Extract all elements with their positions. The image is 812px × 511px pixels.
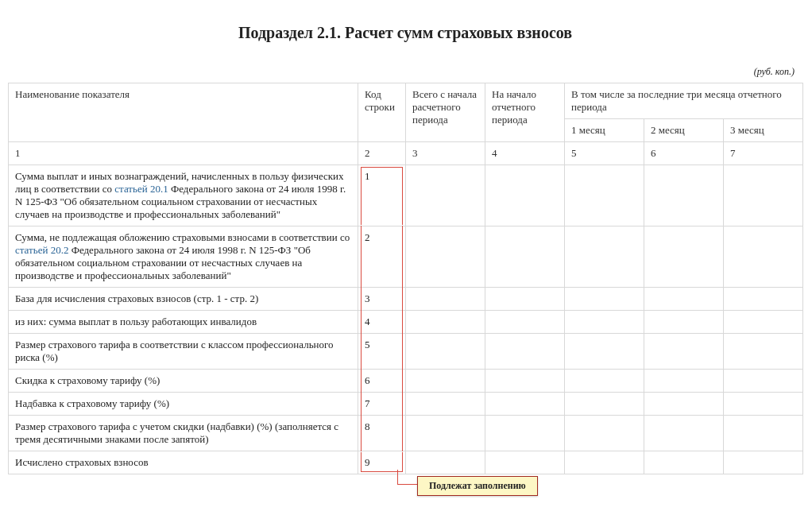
cell-code: 2 [358, 226, 406, 288]
cell-value [724, 165, 803, 226]
cell-value [724, 451, 803, 474]
cell-value [406, 165, 485, 226]
table-row: База для исчисления страховых взносов (с… [9, 288, 803, 311]
cell-value [485, 226, 565, 288]
cell-code: 5 [358, 334, 406, 370]
cell-value [565, 165, 644, 226]
cell-value [724, 226, 803, 288]
table-row: Надбавка к страховому тарифу (%) 7 [9, 393, 803, 416]
cell-code: 7 [358, 393, 406, 416]
cell-value [485, 288, 565, 311]
cell-value [724, 334, 803, 370]
cell-value [565, 226, 644, 288]
cell-value [644, 393, 724, 416]
cell-value [724, 288, 803, 311]
th-name: Наименование показателя [9, 83, 358, 142]
cell-indicator-name: База для исчисления страховых взносов (с… [9, 288, 358, 311]
coln-7: 7 [724, 142, 803, 165]
cell-value [724, 311, 803, 334]
th-code: Код строки [358, 83, 406, 142]
cell-value [644, 165, 724, 226]
cell-indicator-name: из них: сумма выплат в пользу работающих… [9, 311, 358, 334]
th-m2: 2 месяц [644, 119, 724, 142]
cell-value [644, 451, 724, 474]
cell-value [644, 288, 724, 311]
th-m3: 3 месяц [724, 119, 803, 142]
th-total: Всего с начала расчетного периода [406, 83, 485, 142]
cell-value [485, 416, 565, 451]
th-start: На начало отчетного периода [485, 83, 565, 142]
cell-value [644, 416, 724, 451]
cell-code: 1 [358, 165, 406, 226]
cell-value [406, 334, 485, 370]
cell-value [485, 393, 565, 416]
table-row: Сумма, не подлежащая обложению страховым… [9, 226, 803, 288]
cell-code: 8 [358, 416, 406, 451]
coln-3: 3 [406, 142, 485, 165]
cell-value [565, 334, 644, 370]
col-number-row: 1 2 3 4 5 6 7 [9, 142, 803, 165]
cell-value [644, 334, 724, 370]
coln-2: 2 [358, 142, 406, 165]
table-row: Скидка к страховому тарифу (%) 6 [9, 370, 803, 393]
calc-table: Наименование показателя Код строки Всего… [8, 83, 803, 474]
cell-value [406, 288, 485, 311]
cell-code: 6 [358, 370, 406, 393]
header-row-1: Наименование показателя Код строки Всего… [9, 83, 803, 119]
cell-value [406, 370, 485, 393]
cell-indicator-name: Сумма, не подлежащая обложению страховым… [9, 226, 358, 288]
law-link[interactable]: статьей 20.1 [114, 183, 168, 195]
table-row: Размер страхового тарифа в соответствии … [9, 334, 803, 370]
law-link[interactable]: статьей 20.2 [15, 244, 68, 256]
cell-value [724, 370, 803, 393]
table-body: Сумма выплат и иных вознаграждений, начи… [9, 165, 803, 474]
callout-connector [397, 470, 419, 485]
table-row: Размер страхового тарифа с учетом скидки… [9, 416, 803, 451]
cell-value [565, 416, 644, 451]
cell-value [485, 370, 565, 393]
cell-value [406, 416, 485, 451]
th-three-months: В том числе за последние три месяца отче… [565, 83, 803, 119]
cell-value [406, 226, 485, 288]
cell-value [724, 416, 803, 451]
coln-4: 4 [485, 142, 565, 165]
page-title: Подраздел 2.1. Расчет сумм страховых взн… [8, 24, 802, 42]
coln-5: 5 [565, 142, 644, 165]
unit-note: (руб. коп.) [8, 66, 795, 78]
cell-value [644, 226, 724, 288]
cell-value [565, 370, 644, 393]
cell-value [406, 393, 485, 416]
cell-indicator-name: Исчислено страховых взносов [9, 451, 358, 474]
cell-value [485, 165, 565, 226]
cell-value [565, 288, 644, 311]
coln-6: 6 [644, 142, 724, 165]
callout-box: Подлежат заполнению [417, 476, 538, 496]
cell-value [485, 334, 565, 370]
cell-value [644, 311, 724, 334]
th-m1: 1 месяц [565, 119, 644, 142]
cell-value [565, 451, 644, 474]
cell-code: 3 [358, 288, 406, 311]
cell-value [724, 393, 803, 416]
callout-wrap: Подлежат заполнению [8, 474, 802, 506]
coln-1: 1 [9, 142, 358, 165]
cell-indicator-name: Размер страхового тарифа с учетом скидки… [9, 416, 358, 451]
cell-value [485, 311, 565, 334]
cell-indicator-name: Скидка к страховому тарифу (%) [9, 370, 358, 393]
cell-value [565, 393, 644, 416]
table-row: Сумма выплат и иных вознаграждений, начи… [9, 165, 803, 226]
cell-value [644, 370, 724, 393]
cell-indicator-name: Размер страхового тарифа в соответствии … [9, 334, 358, 370]
cell-value [485, 451, 565, 474]
cell-value [406, 311, 485, 334]
cell-indicator-name: Сумма выплат и иных вознаграждений, начи… [9, 165, 358, 226]
cell-value [565, 311, 644, 334]
cell-code: 4 [358, 311, 406, 334]
table-row: из них: сумма выплат в пользу работающих… [9, 311, 803, 334]
cell-indicator-name: Надбавка к страховому тарифу (%) [9, 393, 358, 416]
